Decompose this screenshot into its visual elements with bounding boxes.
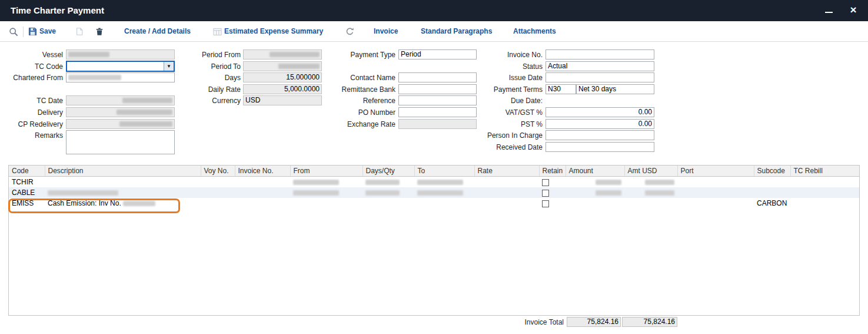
trash-icon[interactable] xyxy=(95,27,105,37)
table-row[interactable]: EMISS Cash Emission: Inv No. CARBON xyxy=(9,198,860,209)
cell-description[interactable] xyxy=(45,177,201,188)
column-header-rate[interactable]: Rate xyxy=(474,166,539,177)
cell-days-qty[interactable] xyxy=(363,198,414,209)
po-number-field[interactable] xyxy=(398,107,477,117)
cell-tc-rebill[interactable] xyxy=(790,187,860,198)
cell-days-qty[interactable] xyxy=(363,187,414,198)
cell-amount[interactable] xyxy=(566,198,624,209)
cell-invoice-no[interactable] xyxy=(235,177,290,188)
remittance-bank-field[interactable] xyxy=(398,84,477,94)
cell-code[interactable]: TCHIR xyxy=(9,177,45,188)
refresh-icon[interactable] xyxy=(345,27,355,37)
status-field[interactable]: Actual xyxy=(546,61,654,71)
payment-type-field[interactable]: Period xyxy=(398,49,477,59)
column-header-port[interactable]: Port xyxy=(677,166,754,177)
cell-from[interactable] xyxy=(290,198,363,209)
payment-terms-desc-field[interactable]: Net 30 days xyxy=(576,84,654,94)
cell-invoice-no[interactable] xyxy=(235,187,290,198)
cell-amt-usd[interactable] xyxy=(624,198,677,209)
cell-retain[interactable] xyxy=(539,187,566,198)
period-from-field[interactable] xyxy=(243,49,322,59)
cell-code[interactable]: CABLE xyxy=(9,187,45,198)
retain-checkbox[interactable] xyxy=(542,200,549,207)
table-row[interactable]: CABLE xyxy=(9,187,860,198)
search-icon[interactable] xyxy=(9,27,19,37)
cell-description[interactable] xyxy=(45,187,201,198)
cell-rate[interactable] xyxy=(474,198,539,209)
estimated-expense-summary-button[interactable]: Estimated Expense Summary xyxy=(224,21,323,42)
column-header-retain[interactable]: Retain xyxy=(539,166,566,177)
cell-days-qty[interactable] xyxy=(363,177,414,188)
cell-rate[interactable] xyxy=(474,187,539,198)
cell-to[interactable] xyxy=(414,198,474,209)
cell-tc-rebill[interactable] xyxy=(790,177,860,188)
person-in-charge-field[interactable] xyxy=(546,130,654,140)
vessel-field[interactable] xyxy=(66,49,175,59)
retain-checkbox[interactable] xyxy=(542,190,549,197)
save-icon[interactable] xyxy=(28,27,38,37)
cell-from[interactable] xyxy=(290,187,363,198)
cell-port[interactable] xyxy=(677,187,754,198)
received-date-field[interactable] xyxy=(546,142,654,152)
cell-to[interactable] xyxy=(414,187,474,198)
attachments-button[interactable]: Attachments xyxy=(513,21,556,42)
issue-date-field[interactable] xyxy=(546,72,654,82)
exchange-rate-field[interactable] xyxy=(398,119,477,129)
vat-gst-field[interactable]: 0.00 xyxy=(546,107,654,117)
period-to-field[interactable] xyxy=(243,61,322,71)
contact-name-field[interactable] xyxy=(398,72,477,82)
column-header-invoice-no[interactable]: Invoice No. xyxy=(235,166,290,177)
column-header-days-qty[interactable]: Days/Qty xyxy=(363,166,414,177)
save-button[interactable]: Save xyxy=(39,21,56,42)
cell-description[interactable]: Cash Emission: Inv No. xyxy=(45,198,201,209)
chevron-down-icon[interactable]: ▼ xyxy=(164,62,174,71)
days-field[interactable]: 15.000000 xyxy=(243,72,322,82)
cell-code[interactable]: EMISS xyxy=(9,198,45,209)
column-header-code[interactable]: Code xyxy=(9,166,45,177)
column-header-subcode[interactable]: Subcode xyxy=(754,166,790,177)
cell-from[interactable] xyxy=(290,177,363,188)
minimize-button[interactable] xyxy=(820,0,837,21)
cell-invoice-no[interactable] xyxy=(235,198,290,209)
column-header-from[interactable]: From xyxy=(290,166,363,177)
cell-port[interactable] xyxy=(677,177,754,188)
invoice-no-field[interactable] xyxy=(546,49,654,59)
cell-amount[interactable] xyxy=(566,187,624,198)
cell-amt-usd[interactable] xyxy=(624,177,677,188)
cell-amount[interactable] xyxy=(566,177,624,188)
invoice-button[interactable]: Invoice xyxy=(374,21,398,42)
cell-voy-no[interactable] xyxy=(201,177,235,188)
create-add-details-button[interactable]: Create / Add Details xyxy=(124,21,191,42)
column-header-amt-usd[interactable]: Amt USD xyxy=(624,166,677,177)
cell-subcode[interactable] xyxy=(754,177,790,188)
cell-retain[interactable] xyxy=(539,198,566,209)
cp-redelivery-field[interactable] xyxy=(66,119,175,129)
column-header-amount[interactable]: Amount xyxy=(566,166,624,177)
cell-amt-usd[interactable] xyxy=(624,187,677,198)
column-header-to[interactable]: To xyxy=(414,166,474,177)
cell-to[interactable] xyxy=(414,177,474,188)
retain-checkbox[interactable] xyxy=(542,179,549,186)
cell-rate[interactable] xyxy=(474,177,539,188)
pst-field[interactable]: 0.00 xyxy=(546,119,654,129)
tc-code-dropdown[interactable]: ▼ xyxy=(66,61,175,72)
reference-field[interactable] xyxy=(398,95,477,105)
column-header-voy-no[interactable]: Voy No. xyxy=(201,166,235,177)
cell-port[interactable] xyxy=(677,198,754,209)
currency-field[interactable]: USD xyxy=(243,95,322,105)
close-button[interactable]: × xyxy=(844,0,862,21)
standard-paragraphs-button[interactable]: Standard Paragraphs xyxy=(421,21,492,42)
cell-tc-rebill[interactable] xyxy=(790,198,860,209)
copy-icon[interactable] xyxy=(75,27,85,37)
chartered-from-field[interactable] xyxy=(66,72,175,82)
table-row[interactable]: TCHIR xyxy=(9,177,860,188)
cell-subcode[interactable] xyxy=(754,187,790,198)
delivery-field[interactable] xyxy=(66,107,175,117)
cell-voy-no[interactable] xyxy=(201,198,235,209)
daily-rate-field[interactable]: 5,000.0000 xyxy=(243,84,322,94)
cell-retain[interactable] xyxy=(539,177,566,188)
payment-terms-code-field[interactable]: N30 xyxy=(546,84,576,94)
remarks-field[interactable] xyxy=(66,130,175,154)
column-header-description[interactable]: Description xyxy=(45,166,201,177)
cell-voy-no[interactable] xyxy=(201,187,235,198)
